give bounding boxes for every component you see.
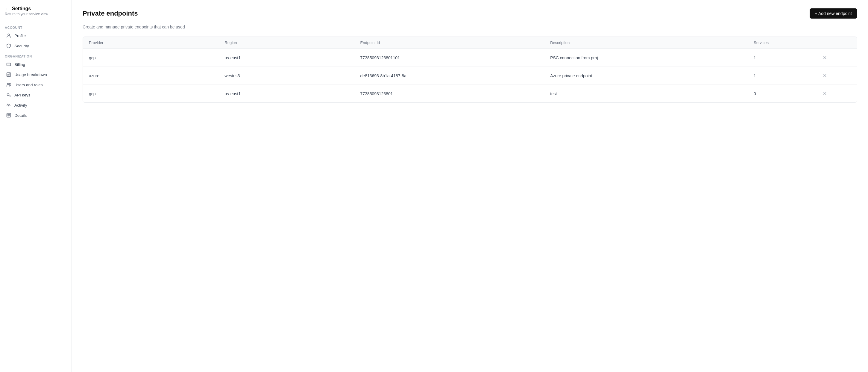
- row-0-description: PSC connection from proj...: [544, 49, 748, 67]
- page-title: Private endpoints: [83, 9, 138, 18]
- col-header-services: Services: [748, 37, 816, 49]
- sidebar-item-profile[interactable]: Profile: [1, 31, 70, 41]
- sidebar-item-users-label: Users and roles: [14, 83, 43, 87]
- sidebar-item-api-keys-label: API keys: [14, 93, 30, 97]
- main-header: Private endpoints + Add new endpoint: [83, 8, 857, 19]
- sidebar-item-details[interactable]: Details: [1, 110, 70, 120]
- row-0-endpoint-id: 77385093123801101: [354, 49, 545, 67]
- main-content: Private endpoints + Add new endpoint Cre…: [72, 0, 868, 372]
- sidebar-item-users-and-roles[interactable]: Users and roles: [1, 80, 70, 90]
- col-header-provider: Provider: [83, 37, 218, 49]
- remove-endpoint-0-button[interactable]: ✕: [822, 54, 828, 62]
- sidebar-item-usage-label: Usage breakdown: [14, 73, 47, 77]
- endpoints-table: Provider Region Endpoint Id Description …: [83, 37, 857, 103]
- row-0-region: us-east1: [218, 49, 354, 67]
- account-section-label: Account: [0, 23, 71, 31]
- row-2-region: us-east1: [218, 85, 354, 103]
- table-body: gcp us-east1 77385093123801101 PSC conne…: [83, 49, 857, 103]
- row-0-action: ✕: [816, 49, 857, 67]
- billing-icon: [6, 62, 11, 67]
- svg-point-4: [9, 83, 10, 84]
- svg-point-3: [7, 83, 9, 85]
- usage-icon: [6, 72, 11, 77]
- table-row: azure westus3 de813693-8b1a-4187-8a... A…: [83, 67, 857, 85]
- back-arrow-icon: ←: [5, 6, 9, 11]
- col-header-action: [816, 37, 857, 49]
- svg-rect-1: [7, 63, 11, 66]
- sidebar-item-security[interactable]: Security: [1, 41, 70, 51]
- sidebar-item-details-label: Details: [14, 113, 27, 118]
- col-header-endpoint-id: Endpoint Id: [354, 37, 545, 49]
- row-1-region: westus3: [218, 67, 354, 85]
- details-icon: [6, 113, 11, 118]
- sidebar-item-api-keys[interactable]: API keys: [1, 90, 70, 100]
- organization-section-label: Organization: [0, 52, 71, 59]
- sidebar-item-activity[interactable]: Activity: [1, 100, 70, 110]
- person-icon: [6, 33, 11, 38]
- row-2-provider: gcp: [83, 85, 218, 103]
- page-description: Create and manage private endpoints that…: [83, 25, 857, 29]
- return-to-service-link[interactable]: Return to your service view: [5, 12, 67, 16]
- row-2-action: ✕: [816, 85, 857, 103]
- row-1-description: Azure private endpoint: [544, 67, 748, 85]
- remove-endpoint-2-button[interactable]: ✕: [822, 90, 828, 98]
- sidebar-item-security-label: Security: [14, 44, 29, 48]
- row-1-action: ✕: [816, 67, 857, 85]
- row-1-provider: azure: [83, 67, 218, 85]
- table-row: gcp us-east1 77385093123801101 PSC conne…: [83, 49, 857, 67]
- activity-icon: [6, 103, 11, 108]
- remove-endpoint-1-button[interactable]: ✕: [822, 71, 828, 80]
- users-icon: [6, 82, 11, 87]
- sidebar-item-usage-breakdown[interactable]: Usage breakdown: [1, 69, 70, 80]
- shield-icon: [6, 43, 11, 49]
- row-2-endpoint-id: 77385093123801: [354, 85, 545, 103]
- svg-point-0: [8, 34, 9, 36]
- sidebar-item-profile-label: Profile: [14, 33, 26, 38]
- table-row: gcp us-east1 77385093123801 test 0 ✕: [83, 85, 857, 103]
- row-2-services: 0: [748, 85, 816, 103]
- row-0-services: 1: [748, 49, 816, 67]
- sidebar: ← Settings Return to your service view A…: [0, 0, 72, 372]
- sidebar-header: ← Settings Return to your service view: [0, 5, 71, 22]
- sidebar-item-billing[interactable]: Billing: [1, 59, 70, 69]
- row-0-provider: gcp: [83, 49, 218, 67]
- sidebar-item-activity-label: Activity: [14, 103, 27, 108]
- row-1-services: 1: [748, 67, 816, 85]
- sidebar-title: Settings: [12, 6, 31, 11]
- sidebar-item-billing-label: Billing: [14, 62, 25, 67]
- table-header: Provider Region Endpoint Id Description …: [83, 37, 857, 49]
- add-new-endpoint-button[interactable]: + Add new endpoint: [810, 8, 857, 19]
- col-header-description: Description: [544, 37, 748, 49]
- row-1-endpoint-id: de813693-8b1a-4187-8a...: [354, 67, 545, 85]
- key-icon: [6, 92, 11, 98]
- endpoints-table-container: Provider Region Endpoint Id Description …: [83, 36, 857, 103]
- col-header-region: Region: [218, 37, 354, 49]
- row-2-description: test: [544, 85, 748, 103]
